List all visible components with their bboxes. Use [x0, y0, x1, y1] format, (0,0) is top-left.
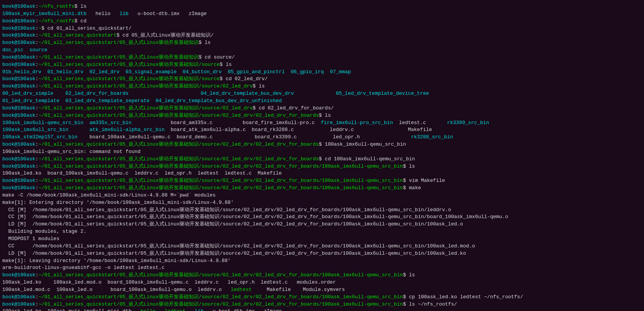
- line-34: CC /home/book/01_all_series_quickstart/0…: [2, 243, 642, 250]
- line-9: book@100ask:~/01_all_series_quickstart/0…: [2, 61, 642, 69]
- line-30: CC [M] /home/book/01_all_series_quicksta…: [2, 213, 642, 221]
- line-8: book@100ask:~/01_all_series_quickstart/0…: [2, 54, 642, 61]
- line-11: book@100ask:~/01_all_series_quickstart/0…: [2, 76, 642, 83]
- line-25: book@100ask:~/01_all_series_quickstart/0…: [2, 177, 642, 185]
- line-31: LD [M] /home/book/01_all_series_quicksta…: [2, 221, 642, 228]
- line-24: 100ask_led.ko board_100ask_imx6ull-qemu.…: [2, 170, 642, 177]
- line-7: doc_pic source: [2, 47, 642, 54]
- line-29: CC [M] /home/book/01_all_series_quicksta…: [2, 207, 642, 214]
- line-40: 100ask_led.mod.c 100ask_led.o board_100a…: [2, 286, 642, 294]
- line-1: book@100ask:~/nfs_rootfs$ ls: [2, 3, 642, 10]
- line-19: 100ask_stm32mp157_src_bin board_100ask_i…: [2, 134, 642, 141]
- line-43: 100ask_led.ko 100ask_myir_imx6ull_mini.d…: [2, 308, 642, 311]
- line-5: book@100ask:~/01_all_series_quickstart$ …: [2, 32, 642, 39]
- line-12: book@100ask:~/01_all_series_quickstart/0…: [2, 83, 642, 90]
- line-41: book@100ask:~/01_all_series_quickstart/0…: [2, 294, 642, 301]
- line-15: book@100ask:~/01_all_series_quickstart/0…: [2, 105, 642, 112]
- line-20: book@100ask:~/01_all_series_quickstart/0…: [2, 141, 642, 148]
- line-2: 100ask_myir_imx6ull_mini.dtb hello lib u…: [2, 10, 642, 18]
- line-16: book@100ask:~/01_all_series_quickstart/0…: [2, 112, 642, 119]
- line-3: book@100ask:~/nfs_rootfs$ cd: [2, 18, 642, 25]
- line-42: book@100ask:~/01_all_series_quickstart/0…: [2, 301, 642, 308]
- line-22: book@100ask:~/01_all_series_quickstart/0…: [2, 156, 642, 163]
- line-17: 100ask_imx6ull-qemu_src_bin am335x_src_b…: [2, 119, 642, 127]
- line-27: make -C /home/book/100ask_imx6ull_mini-s…: [2, 192, 642, 199]
- line-18: 100ask_imx6ull_src_bin atk_imx6ull-alpha…: [2, 126, 642, 134]
- line-26: book@100ask:~/01_all_series_quickstart/0…: [2, 185, 642, 192]
- line-37: arm-buildroot-linux-gnueabihf-gcc -o led…: [2, 264, 642, 272]
- line-13: 00_led_drv_simple 02_led_drv_for_boards …: [2, 90, 642, 98]
- line-32: Building modules, stage 2.: [2, 228, 642, 235]
- line-14: 01_led_drv_template 03_led_drv_template_…: [2, 98, 642, 105]
- line-36: make[1]: Leaving directory '/home/book/1…: [2, 257, 642, 265]
- line-23: book@100ask:~/01_all_series_quickstart/0…: [2, 163, 642, 170]
- line-39: 100ask_led.ko 100ask_led.mod.o board_100…: [2, 279, 642, 286]
- line-4: book@100ask:~$ cd 01_all_series_quicksta…: [2, 25, 642, 32]
- line-33: MODPOST 1 modules: [2, 235, 642, 243]
- terminal-output: book@100ask:~/nfs_rootfs$ ls 100ask_myir…: [2, 3, 642, 311]
- line-10: 01b_hello_drv 01_hello_drv 02_led_drv 03…: [2, 69, 642, 76]
- line-38: book@100ask:~/01_all_series_quickstart/0…: [2, 272, 642, 279]
- line-21: 100ask_imx6ull-qemu_src_bin: command not…: [2, 148, 642, 156]
- line-35: LD [M] /home/book/01_all_series_quicksta…: [2, 250, 642, 257]
- terminal: book@100ask:~/nfs_rootfs$ ls 100ask_myir…: [0, 0, 644, 311]
- line-6: book@100ask:~/01_all_series_quickstart/0…: [2, 39, 642, 47]
- line-28: make[1]: Entering directory '/home/book/…: [2, 199, 642, 207]
